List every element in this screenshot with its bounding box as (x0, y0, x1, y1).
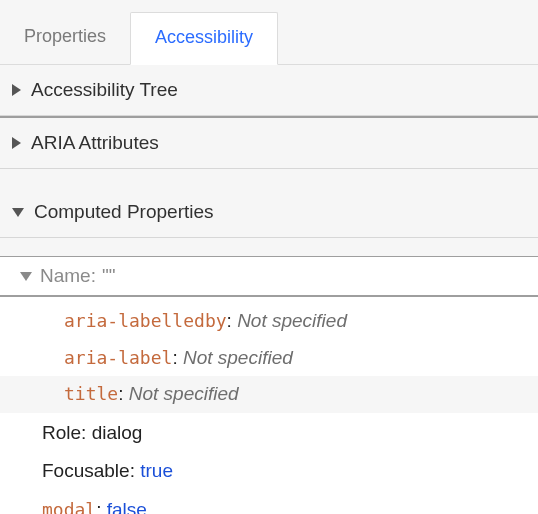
prop-sep: : (172, 347, 183, 368)
prop-role: Role: dialog (0, 415, 538, 452)
chevron-right-icon (12, 84, 21, 96)
section-aria-attributes: ARIA Attributes (0, 116, 538, 169)
prop-modal: modal: false (0, 492, 538, 515)
prop-aria-label: aria-label: Not specified (0, 340, 538, 377)
section-title: Accessibility Tree (31, 79, 178, 101)
section-computed-properties: Computed Properties (0, 187, 538, 238)
prop-key: modal (42, 499, 96, 515)
computed-property-list: aria-labelledby: Not specified aria-labe… (0, 297, 538, 514)
prop-focusable: Focusable: true (0, 453, 538, 490)
prop-value: dialog (92, 422, 143, 443)
prop-key: Focusable (42, 460, 130, 481)
prop-value: Not specified (183, 347, 293, 368)
prop-key: title (64, 383, 118, 404)
section-header-aria-attributes[interactable]: ARIA Attributes (0, 118, 538, 168)
section-gap (0, 169, 538, 187)
computed-name-header[interactable]: Name: "" (0, 257, 538, 297)
prop-aria-labelledby: aria-labelledby: Not specified (0, 303, 538, 340)
section-header-accessibility-tree[interactable]: Accessibility Tree (0, 65, 538, 115)
prop-value: false (107, 499, 147, 515)
computed-name-label: Name: (40, 265, 96, 287)
section-accessibility-tree: Accessibility Tree (0, 65, 538, 116)
prop-sep: : (96, 499, 107, 515)
computed-name-value: "" (102, 265, 116, 287)
computed-properties-body: Name: "" aria-labelledby: Not specified … (0, 256, 538, 514)
section-gap (0, 238, 538, 256)
prop-key: aria-label (64, 347, 172, 368)
chevron-right-icon (12, 137, 21, 149)
prop-sep: : (118, 383, 129, 404)
chevron-down-icon (20, 272, 32, 281)
prop-sep: : (130, 460, 141, 481)
tabs-bar: Properties Accessibility (0, 0, 538, 65)
prop-value: Not specified (129, 383, 239, 404)
tab-accessibility[interactable]: Accessibility (130, 12, 278, 65)
prop-sep: : (227, 310, 238, 331)
prop-value: true (140, 460, 173, 481)
prop-value: Not specified (237, 310, 347, 331)
tab-properties[interactable]: Properties (0, 12, 130, 64)
section-title: Computed Properties (34, 201, 214, 223)
chevron-down-icon (12, 208, 24, 217)
section-header-computed-properties[interactable]: Computed Properties (0, 187, 538, 237)
prop-sep: : (81, 422, 92, 443)
section-title: ARIA Attributes (31, 132, 159, 154)
prop-key: aria-labelledby (64, 310, 227, 331)
prop-key: Role (42, 422, 81, 443)
prop-title: title: Not specified (0, 376, 538, 413)
